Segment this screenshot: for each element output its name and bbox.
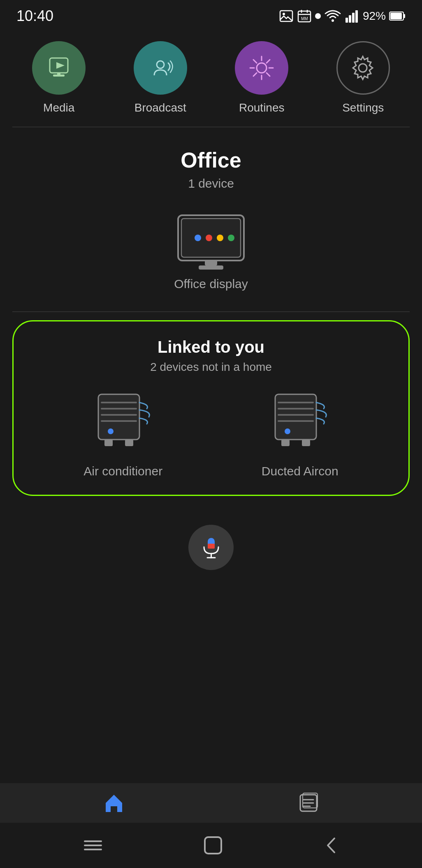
air-conditioner-icon: [86, 390, 160, 456]
signal-icon: [345, 9, 359, 23]
office-device-label: Office display: [174, 277, 248, 291]
settings-circle[interactable]: [336, 41, 390, 95]
ducted-aircon-label: Ducted Aircon: [262, 464, 339, 478]
mic-button[interactable]: [188, 525, 234, 570]
gear-icon: [350, 55, 376, 81]
broadcast-icon: [146, 56, 175, 80]
mic-area: [0, 504, 422, 578]
svg-rect-39: [98, 394, 139, 440]
svg-rect-37: [205, 261, 217, 265]
svg-rect-38: [199, 265, 223, 270]
home-nav-button[interactable]: [102, 791, 125, 814]
linked-devices-row: Air conditioner Ducte: [34, 390, 388, 478]
media-circle[interactable]: [32, 41, 86, 95]
svg-point-34: [206, 235, 212, 241]
svg-point-35: [217, 235, 223, 241]
svg-point-7: [315, 13, 321, 19]
svg-point-1: [283, 13, 285, 15]
office-device-card[interactable]: Office display: [0, 199, 422, 303]
svg-rect-47: [275, 394, 316, 440]
recents-button[interactable]: [83, 837, 103, 854]
svg-point-30: [359, 64, 367, 72]
svg-rect-46: [125, 440, 133, 446]
svg-rect-67: [205, 837, 221, 854]
list-nav-button[interactable]: [297, 791, 320, 814]
broadcast-circle[interactable]: [134, 41, 187, 95]
air-conditioner-label: Air conditioner: [83, 464, 162, 478]
battery-percent: 92%: [363, 9, 386, 23]
svg-rect-54: [302, 440, 310, 446]
notification-dot: [315, 13, 321, 19]
routines-circle[interactable]: [235, 41, 288, 95]
status-time: 10:40: [16, 7, 53, 25]
linked-section: Linked to you 2 devices not in a home: [12, 320, 410, 496]
svg-rect-15: [403, 14, 405, 18]
svg-rect-56: [208, 544, 215, 549]
svg-rect-19: [57, 73, 60, 75]
linked-subtitle: 2 devices not in a home: [34, 361, 388, 374]
settings-action[interactable]: Settings: [336, 41, 390, 114]
list-nav-icon: [297, 791, 320, 814]
play-icon: [46, 56, 71, 80]
svg-marker-17: [56, 62, 65, 69]
middle-divider: [12, 312, 410, 312]
air-conditioner-device[interactable]: Air conditioner: [83, 390, 162, 478]
android-nav-bar: [0, 823, 422, 868]
svg-point-21: [257, 63, 267, 73]
battery-icon: [389, 10, 406, 22]
sun-icon: [248, 55, 275, 81]
svg-line-29: [253, 73, 257, 76]
linked-title: Linked to you: [34, 338, 388, 356]
top-divider: [12, 127, 410, 127]
media-action[interactable]: Media: [32, 41, 86, 114]
ducted-aircon-device[interactable]: Ducted Aircon: [262, 390, 339, 478]
image-icon: [279, 9, 294, 23]
svg-rect-9: [345, 18, 348, 23]
ducted-aircon-icon: [263, 390, 337, 456]
svg-point-44: [108, 428, 114, 434]
display-device-icon: [170, 211, 252, 277]
back-icon: [323, 835, 339, 856]
routines-action[interactable]: Routines: [235, 41, 288, 114]
room-title: Office: [16, 148, 406, 172]
home-nav-icon: [102, 791, 125, 814]
wifi-icon: [324, 9, 341, 23]
svg-rect-14: [390, 13, 402, 19]
room-section: Office 1 device: [0, 131, 422, 199]
room-device-count: 1 device: [16, 177, 406, 191]
android-home-icon: [203, 835, 223, 856]
quick-actions-row: Media Broadcast: [0, 29, 422, 123]
svg-line-26: [253, 60, 257, 63]
svg-line-27: [267, 73, 270, 76]
svg-point-33: [195, 235, 201, 241]
svg-point-36: [228, 235, 234, 241]
microphone-icon: [200, 536, 223, 559]
svg-rect-10: [349, 15, 351, 23]
back-button[interactable]: [323, 835, 339, 856]
status-icons: MM 92%: [279, 9, 406, 23]
svg-point-8: [332, 19, 334, 22]
bottom-nav: [0, 783, 422, 823]
svg-line-28: [267, 60, 270, 63]
svg-rect-53: [281, 440, 290, 446]
svg-rect-11: [352, 13, 355, 23]
broadcast-label: Broadcast: [134, 101, 186, 114]
broadcast-action[interactable]: Broadcast: [134, 41, 187, 114]
media-label: Media: [43, 101, 74, 114]
recents-icon: [83, 837, 103, 854]
settings-label: Settings: [342, 101, 384, 114]
calendar-icon: MM: [297, 9, 312, 23]
svg-rect-12: [355, 10, 358, 23]
android-home-button[interactable]: [203, 835, 223, 856]
svg-rect-45: [104, 440, 113, 446]
svg-point-52: [285, 428, 290, 434]
routines-label: Routines: [239, 101, 285, 114]
status-bar: 10:40 MM: [0, 0, 422, 29]
svg-text:MM: MM: [301, 16, 308, 21]
svg-point-20: [157, 61, 164, 68]
